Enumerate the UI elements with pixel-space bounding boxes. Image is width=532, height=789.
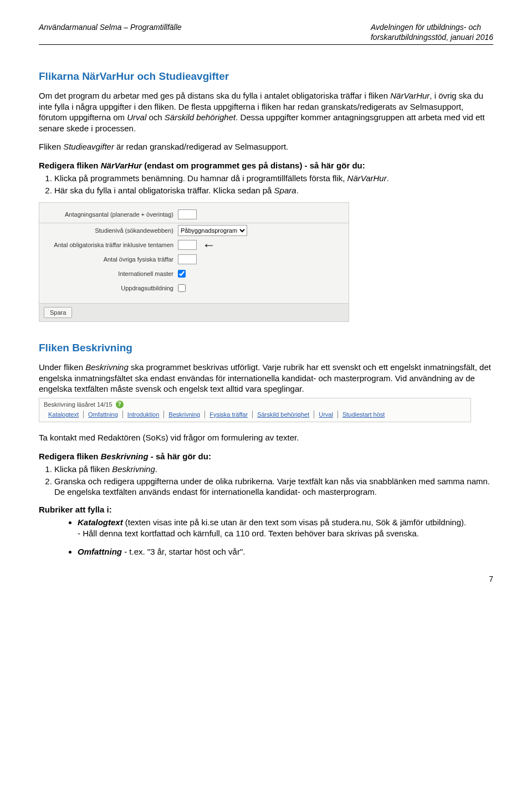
subtab-omfattning[interactable]: Omfattning bbox=[84, 411, 123, 418]
subtab-sarskild-behorighet[interactable]: Särskild behörighet bbox=[253, 411, 314, 418]
form-row-obligatoriska-traffar: Antal obligatoriska träffar inklusive te… bbox=[39, 238, 349, 252]
input-antagningsantal[interactable] bbox=[178, 209, 197, 219]
section1-step1: Klicka på programmets benämning. Du hamn… bbox=[54, 173, 493, 184]
page-number: 7 bbox=[39, 574, 493, 584]
header-right-line2: forskarutbildningsstöd, januari 2016 bbox=[371, 32, 493, 42]
label-studieniva: Studienivå (sökandewebben) bbox=[39, 227, 178, 234]
section2-p1: Under fliken Beskrivning ska programmet … bbox=[39, 362, 493, 394]
label-uppdragsutbildning: Uppdragsutbildning bbox=[39, 284, 178, 292]
subtab-beskrivning[interactable]: Beskrivning bbox=[164, 411, 205, 418]
section1-steps: Klicka på programmets benämning. Du hamn… bbox=[54, 173, 493, 196]
form-row-studieniva: Studienivå (sökandewebben) Påbyggnadspro… bbox=[39, 223, 349, 238]
screenshot-beskrivning-tabs: Beskrivning läsåret 14/15 ? Katalogtext … bbox=[39, 398, 471, 423]
subtab-introduktion[interactable]: Introduktion bbox=[123, 411, 164, 418]
spara-button[interactable]: Spara bbox=[44, 307, 72, 318]
section3-step1: Klicka på fliken Beskrivning. bbox=[54, 464, 493, 475]
section3-step2: Granska och redigera uppgifterna under d… bbox=[54, 476, 493, 498]
section3-p1: Ta kontakt med Redaktören (SoKs) vid frå… bbox=[39, 432, 493, 443]
section1-p3: Redigera fliken NärVarHur (endast om pro… bbox=[39, 160, 493, 171]
rubriker-list: Katalogtext (texten visas inte på ki.se … bbox=[78, 517, 493, 557]
subtab-studiestart-host[interactable]: Studiestart höst bbox=[338, 411, 389, 418]
subtabs-list: Katalogtext Omfattning Introduktion Besk… bbox=[44, 411, 466, 418]
checkbox-intl-master[interactable] bbox=[178, 270, 186, 278]
arrow-left-icon: ← bbox=[202, 241, 216, 249]
input-obligatoriska-traffar[interactable] bbox=[178, 240, 197, 250]
section1-p1: Om det program du arbetar med ges på dis… bbox=[39, 90, 493, 134]
subtab-katalogtext[interactable]: Katalogtext bbox=[44, 411, 84, 418]
section1-heading: Flikarna NärVarHur och Studieavgifter bbox=[39, 70, 493, 84]
header-divider bbox=[39, 44, 493, 45]
page-header: Användarmanual Selma – Programtillfälle … bbox=[39, 22, 493, 42]
section2-heading: Fliken Beskrivning bbox=[39, 341, 493, 355]
form-row-ovriga-traffar: Antal övriga fysiska träffar bbox=[39, 252, 349, 267]
form-row-uppdragsutbildning: Uppdragsutbildning bbox=[39, 281, 349, 295]
rubrik-omfattning: Omfattning - t.ex. "3 år, startar höst o… bbox=[78, 546, 493, 557]
action-bar: Spara bbox=[39, 303, 349, 321]
select-studieniva[interactable]: Påbyggnadsprogram bbox=[178, 225, 247, 236]
input-ovriga-traffar[interactable] bbox=[178, 254, 197, 264]
tabs-title: Beskrivning läsåret 14/15 bbox=[44, 401, 112, 408]
label-obligatoriska-traffar: Antal obligatoriska träffar inklusive te… bbox=[39, 241, 178, 249]
header-right-line1: Avdelningen för utbildnings- och bbox=[371, 22, 493, 32]
section1-step2: Här ska du fylla i antal obligatoriska t… bbox=[54, 185, 493, 196]
help-icon[interactable]: ? bbox=[116, 401, 124, 408]
label-antagningsantal: Antagningsantal (planerade + överintag) bbox=[39, 211, 178, 218]
subtab-urval[interactable]: Urval bbox=[314, 411, 338, 418]
header-right: Avdelningen för utbildnings- och forskar… bbox=[371, 22, 493, 42]
label-intl-master: Internationell master bbox=[39, 270, 178, 278]
label-ovriga-traffar: Antal övriga fysiska träffar bbox=[39, 255, 178, 263]
checkbox-uppdragsutbildning[interactable] bbox=[178, 284, 186, 292]
rubrik-katalogtext: Katalogtext (texten visas inte på ki.se … bbox=[78, 517, 493, 539]
section3-p2: Redigera fliken Beskrivning - så här gör… bbox=[39, 451, 493, 462]
header-left: Användarmanual Selma – Programtillfälle bbox=[39, 22, 182, 42]
screenshot-narvarhur-form: Antagningsantal (planerade + överintag) … bbox=[39, 202, 349, 322]
subtab-fysiska-traffar[interactable]: Fysiska träffar bbox=[205, 411, 253, 418]
form-row-intl-master: Internationell master bbox=[39, 267, 349, 281]
form-row-antagningsantal: Antagningsantal (planerade + överintag) bbox=[39, 208, 349, 221]
section3-steps: Klicka på fliken Beskrivning. Granska oc… bbox=[54, 464, 493, 498]
section1-p2: Fliken Studieavgifter är redan granskad/… bbox=[39, 141, 493, 152]
rubriker-title: Rubriker att fylla i: bbox=[39, 504, 493, 515]
